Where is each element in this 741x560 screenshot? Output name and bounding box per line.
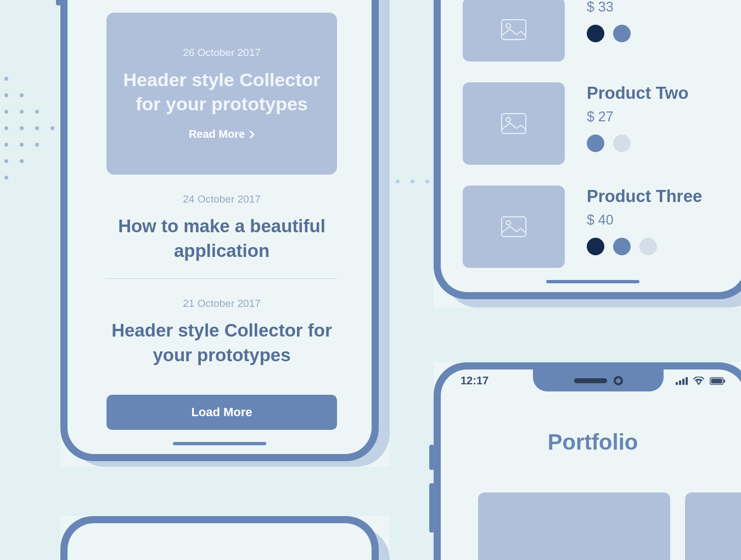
product-row[interactable]: Product Two $ 27 [463,82,723,165]
article-item[interactable]: 24 October 2017 How to make a beautiful … [106,175,337,278]
product-thumb [463,82,565,165]
page-title: Portfolio [441,430,741,455]
read-more-label: Read More [189,128,245,141]
product-name: Product Three [587,187,702,206]
hero-title: Header style Collector for your prototyp… [123,68,321,116]
hero-date: 26 October 2017 [183,47,261,59]
svg-rect-4 [502,217,526,237]
chevron-right-icon [249,130,255,139]
product-price: $ 40 [587,212,702,228]
swatch-grey[interactable] [639,238,657,255]
image-icon [501,19,526,40]
status-bar: 12:17 [441,374,741,387]
product-row[interactable]: $ 33 [463,0,723,61]
article-item[interactable]: 21 October 2017 Header style Collector f… [106,279,337,383]
svg-rect-6 [676,382,678,385]
swatches [587,135,688,152]
battery-icon [710,377,725,385]
dot-grid [0,77,66,198]
svg-rect-12 [724,379,726,383]
product-price: $ 27 [587,109,688,125]
article-title: Header style Collector for your prototyp… [106,318,337,367]
swatches [587,238,702,255]
swatch-accent[interactable] [587,135,604,152]
phone-bottom-peek [60,516,390,560]
image-icon [501,113,526,134]
swatch-navy[interactable] [587,238,604,255]
status-time: 12:17 [461,374,489,387]
product-thumb [463,186,565,268]
swatch-grey[interactable] [613,135,631,152]
svg-point-1 [506,24,510,28]
svg-rect-9 [686,377,688,385]
article-date: 24 October 2017 [106,193,337,205]
product-name: Product Two [587,83,688,103]
cellular-icon [676,377,688,385]
wifi-icon [693,377,704,385]
phone-articles: 26 October 2017 Header style Collector f… [60,0,390,467]
swatch-navy[interactable] [587,25,604,42]
home-indicator[interactable] [173,442,266,445]
svg-point-5 [506,221,510,225]
swatch-accent[interactable] [613,238,631,255]
article-date: 21 October 2017 [106,298,337,310]
product-row[interactable]: Product Three $ 40 [463,186,723,268]
portfolio-card[interactable] [685,492,741,560]
swatch-accent[interactable] [613,25,631,42]
phone-portfolio: Portfolio 12:17 [434,362,741,560]
hero-card[interactable]: 26 October 2017 Header style Collector f… [106,13,337,175]
phone-products: $ 33 Product Two $ 27 [434,0,741,307]
swatches [587,25,631,42]
product-price: $ 33 [587,0,631,15]
article-title: How to make a beautiful application [106,214,337,263]
read-more-link[interactable]: Read More [189,128,255,141]
svg-point-3 [506,117,510,122]
svg-rect-8 [682,379,684,385]
svg-rect-0 [502,20,526,40]
load-more-button[interactable]: Load More [106,395,337,430]
svg-rect-7 [679,380,681,385]
svg-rect-11 [711,378,722,383]
svg-rect-2 [502,114,526,133]
home-indicator[interactable] [546,280,639,283]
image-icon [501,216,526,237]
product-thumb [463,0,565,61]
portfolio-card[interactable] [478,492,670,560]
